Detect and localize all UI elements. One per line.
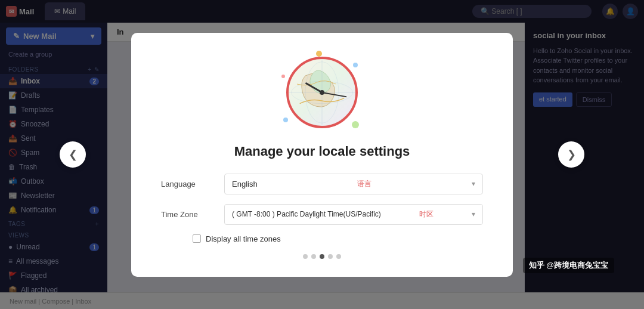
language-value: English: [232, 180, 258, 189]
display-all-zones-row: Display all time zones: [193, 234, 513, 243]
clock-illustration: [280, 51, 364, 134]
language-label: Language: [161, 180, 215, 189]
modal-pagination-dots: [303, 254, 341, 259]
dot-2[interactable]: [311, 254, 316, 259]
decor-dot-5: [281, 75, 285, 78]
modal-next-button[interactable]: ❯: [558, 141, 584, 168]
display-all-zones-checkbox[interactable]: [193, 234, 201, 243]
dot-3[interactable]: [320, 254, 324, 259]
dot-4[interactable]: [328, 254, 333, 259]
chevron-left-icon: ❮: [69, 148, 78, 161]
modal-prev-button[interactable]: ❮: [60, 141, 86, 168]
timezone-select[interactable]: ( GMT -8:00 ) Pacific Daylight Time(US/P…: [224, 204, 483, 225]
language-dropdown-icon: ▾: [472, 180, 475, 188]
dot-5[interactable]: [336, 254, 341, 259]
modal-title: Manage your locale settings: [234, 144, 410, 159]
decor-dot-1: [316, 51, 322, 57]
language-select[interactable]: English 语言 ▾: [224, 174, 483, 194]
clock-center-dot: [320, 90, 324, 95]
timezone-tag: 时区: [419, 209, 434, 220]
clock-map-bg: [286, 57, 358, 128]
display-all-zones-label: Display all time zones: [206, 234, 281, 243]
language-form-group: Language English 语言 ▾: [161, 174, 483, 194]
timezone-label: Time Zone: [161, 210, 215, 219]
timezone-dropdown-icon: ▾: [472, 210, 475, 218]
language-tag: 语言: [357, 179, 371, 189]
timezone-form-group: Time Zone ( GMT -8:00 ) Pacific Daylight…: [161, 204, 483, 225]
locale-settings-modal: Manage your locale settings Language Eng…: [131, 33, 513, 277]
dot-1[interactable]: [303, 254, 308, 259]
modal-overlay: ❮: [0, 0, 644, 309]
timezone-value: ( GMT -8:00 ) Pacific Daylight Time(US/P…: [232, 210, 381, 218]
decor-dot-3: [283, 118, 288, 122]
chevron-right-icon: ❯: [567, 148, 576, 161]
